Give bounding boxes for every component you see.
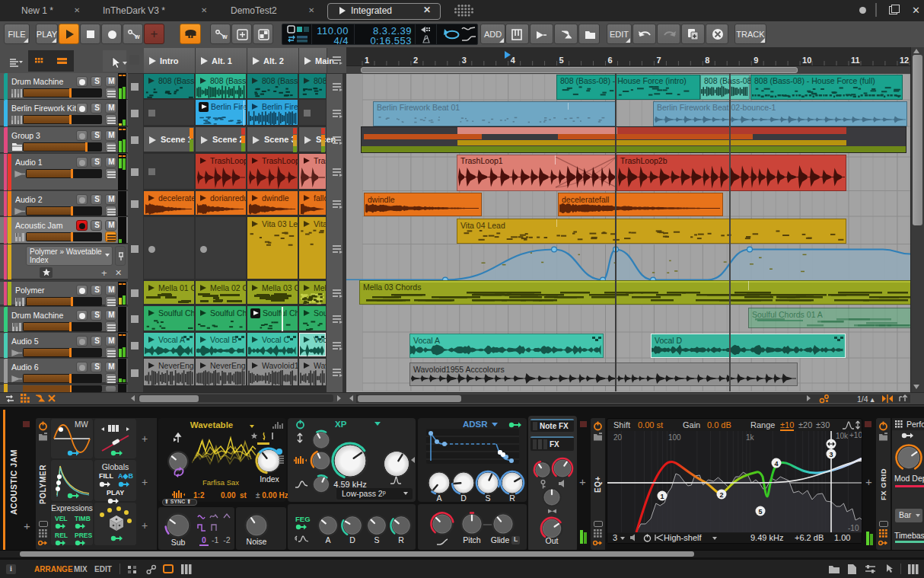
svg-text:2: 2	[719, 491, 723, 499]
svg-text:10k: 10k	[836, 432, 849, 440]
svg-text:W: W	[135, 34, 140, 40]
svg-text:1: 1	[660, 493, 664, 500]
svg-text:20: 20	[613, 433, 623, 442]
svg-text:W: W	[222, 34, 228, 40]
svg-text:100: 100	[668, 433, 681, 442]
svg-text:1k: 1k	[746, 433, 755, 442]
svg-text:3: 3	[829, 451, 833, 458]
svg-text:5: 5	[758, 508, 762, 516]
svg-text:4: 4	[774, 460, 778, 468]
svg-text:-10: -10	[848, 524, 859, 532]
svg-text:+10: +10	[849, 431, 862, 439]
